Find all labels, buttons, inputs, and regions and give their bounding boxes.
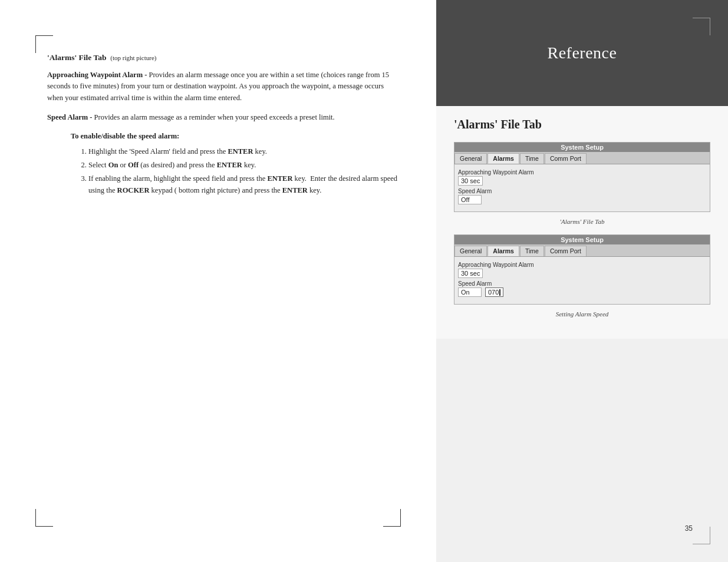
- corner-mark-bl: [35, 509, 53, 527]
- reference-title: Reference: [548, 44, 617, 62]
- right-column: Reference 'Alarms' File Tab System Setup…: [436, 0, 728, 562]
- widget1-body: Approaching Waypoint Alarm 30 sec Speed …: [454, 164, 710, 211]
- caption-2: Setting Alarm Speed: [454, 310, 710, 318]
- widget2-tab-time[interactable]: Time: [520, 246, 544, 256]
- steps-title: To enable/disable the speed alarm:: [71, 132, 401, 141]
- widget2-body: Approaching Waypoint Alarm 30 sec Speed …: [454, 257, 710, 304]
- widget2-speed-row: On 070: [458, 287, 706, 297]
- approaching-alarm-text: Approaching Waypoint Alarm - Provides an…: [47, 70, 401, 104]
- widget2-title: System Setup: [454, 235, 710, 244]
- widget2-tabs: General Alarms Time Comm Port: [454, 244, 710, 257]
- widget1-approaching-value: 30 sec: [458, 176, 483, 186]
- step-3: If enabling the alarm, highlight the spe…: [88, 173, 401, 196]
- widget2-speed-on: On: [458, 287, 482, 297]
- widget1-speed-label: Speed Alarm: [458, 188, 706, 194]
- widget1-tabs: General Alarms Time Comm Port: [454, 152, 710, 164]
- widget1-tab-alarms[interactable]: Alarms: [487, 153, 519, 164]
- cursor-indicator: [499, 289, 500, 296]
- widget2-approaching-value: 30 sec: [458, 269, 483, 278]
- system-setup-widget-2: System Setup General Alarms Time Comm Po…: [454, 234, 710, 305]
- widget1-tab-time[interactable]: Time: [520, 153, 544, 164]
- widget2-tab-comm-port[interactable]: Comm Port: [545, 246, 587, 256]
- speed-alarm-text: Speed Alarm - Provides an alarm message …: [47, 112, 401, 123]
- corner-mark-tr: [693, 18, 710, 35]
- widget2-approaching-label: Approaching Waypoint Alarm: [458, 262, 706, 268]
- widget2-tab-alarms[interactable]: Alarms: [487, 246, 519, 256]
- corner-mark-tl: [35, 35, 53, 53]
- steps-list: Highlight the 'Speed Alarm' field and pr…: [88, 146, 401, 196]
- section-title: 'Alarms' File Tab (top right picture): [47, 53, 401, 62]
- widget2-speed-number: 070: [485, 287, 503, 297]
- corner-mark-br: [693, 527, 710, 544]
- widget1-title: System Setup: [454, 143, 710, 152]
- step-1: Highlight the 'Speed Alarm' field and pr…: [88, 146, 401, 157]
- widget2-speed-label: Speed Alarm: [458, 280, 706, 287]
- system-setup-widget-1: System Setup General Alarms Time Comm Po…: [454, 142, 710, 212]
- corner-mark-br-left: [383, 509, 401, 527]
- widget1-tab-comm-port[interactable]: Comm Port: [545, 153, 587, 164]
- speed-alarm-label: Speed Alarm -: [47, 113, 92, 121]
- approaching-alarm-label: Approaching Waypoint Alarm -: [47, 71, 147, 79]
- widget1-approaching-label: Approaching Waypoint Alarm: [458, 169, 706, 176]
- step-2: Select On or Off (as desired) and press …: [88, 159, 401, 171]
- alarms-file-tab-title: 'Alarms' File Tab: [454, 118, 710, 131]
- left-column: 'Alarms' File Tab (top right picture) Ap…: [0, 0, 436, 562]
- widget1-speed-value: Off: [458, 195, 482, 204]
- reference-band: Reference: [436, 0, 728, 106]
- widget1-tab-general[interactable]: General: [454, 153, 487, 164]
- page-number: 35: [685, 524, 693, 533]
- caption-1: 'Alarms' File Tab: [454, 218, 710, 225]
- right-content: 'Alarms' File Tab System Setup General A…: [436, 106, 728, 339]
- widget2-tab-general[interactable]: General: [454, 246, 487, 256]
